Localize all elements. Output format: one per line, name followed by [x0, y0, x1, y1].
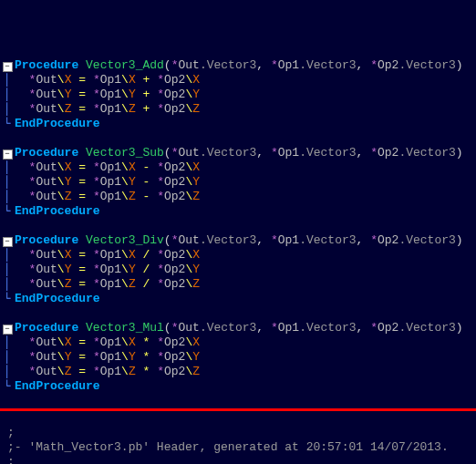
keyword-procedure: Procedure — [15, 146, 78, 160]
operator: - — [143, 175, 150, 189]
keyword-procedure: Procedure — [15, 321, 78, 335]
operator: * — [143, 365, 150, 378]
split-divider[interactable] — [0, 408, 476, 411]
param-op2: Op2 — [378, 146, 398, 160]
param-op2: Op2 — [378, 321, 398, 335]
header-comment: - 'Math_Vector3.pb' Header, generated at… — [15, 440, 449, 454]
keyword-procedure: Procedure — [15, 233, 78, 247]
param-op1: Op1 — [278, 321, 299, 335]
keyword-endprocedure: EndProcedure — [15, 204, 100, 218]
procedure-name: Vector3_Add — [86, 58, 164, 72]
code-editor-lower: ;;- 'Math_Vector3.pb' Header, generated … — [0, 426, 476, 464]
fold-toggle[interactable]: − — [0, 233, 15, 248]
operator: - — [143, 160, 150, 174]
fold-toggle[interactable]: − — [0, 321, 15, 335]
keyword-endprocedure: EndProcedure — [15, 379, 100, 393]
code-editor-upper: −Procedure Vector3_Add(*Out.Vector3, *Op… — [0, 58, 476, 394]
operator: + — [143, 73, 150, 87]
procedure-name: Vector3_Sub — [86, 146, 164, 160]
operator: + — [143, 102, 150, 116]
operator: * — [143, 335, 150, 349]
param-op1: Op1 — [278, 58, 299, 72]
operator: * — [143, 350, 150, 364]
procedure-name: Vector3_Mul — [86, 321, 164, 335]
param-out: Out — [178, 58, 199, 72]
fold-toggle[interactable]: − — [0, 146, 15, 160]
fold-toggle[interactable]: − — [0, 58, 15, 73]
param-op2: Op2 — [378, 58, 398, 72]
param-out: Out — [178, 233, 199, 247]
keyword-endprocedure: EndProcedure — [15, 117, 100, 130]
operator: + — [143, 88, 150, 101]
keyword-endprocedure: EndProcedure — [15, 292, 100, 305]
param-out: Out — [178, 321, 199, 335]
operator: - — [143, 190, 150, 203]
param-op1: Op1 — [278, 146, 299, 160]
keyword-procedure: Procedure — [15, 58, 78, 72]
operator: / — [143, 263, 150, 276]
param-out: Out — [178, 146, 199, 160]
operator: / — [143, 248, 150, 262]
operator: / — [143, 277, 150, 291]
param-op2: Op2 — [378, 233, 398, 247]
param-op1: Op1 — [278, 233, 299, 247]
procedure-name: Vector3_Div — [86, 233, 164, 247]
